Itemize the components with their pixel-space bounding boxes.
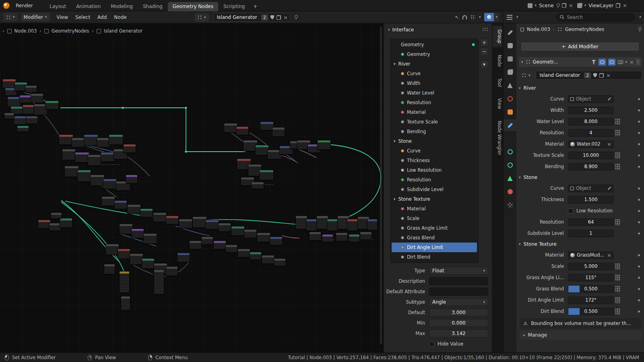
properties-tab-output[interactable]: [504, 53, 516, 65]
node-menu-view[interactable]: View: [53, 13, 72, 22]
interface-item-resolution[interactable]: Resolution: [390, 175, 478, 185]
geometry-node[interactable]: [109, 134, 123, 145]
workspace-tab-animation[interactable]: Animation: [71, 2, 105, 11]
geometry-node[interactable]: [77, 170, 91, 182]
min-value-field[interactable]: 0.000: [429, 319, 488, 327]
snap-mode-icon[interactable]: [471, 15, 475, 20]
default-value-field[interactable]: 3.000: [429, 309, 488, 317]
eyedropper-icon[interactable]: [608, 187, 611, 190]
geometry-node[interactable]: [119, 224, 133, 234]
geometry-node[interactable]: [88, 154, 101, 166]
properties-tab-particles[interactable]: [504, 133, 516, 144]
fake-user-shield-icon[interactable]: [270, 15, 274, 20]
geometry-node[interactable]: [64, 166, 79, 177]
geometry-node[interactable]: [213, 241, 226, 249]
workspace-tab-modeling[interactable]: Modeling: [106, 2, 138, 11]
properties-tab-physics[interactable]: [504, 146, 516, 158]
item-specials-button[interactable]: ▾: [480, 60, 488, 68]
properties-tab-view-layer[interactable]: [504, 66, 516, 78]
animate-dot[interactable]: [638, 232, 640, 234]
interface-item-curve[interactable]: Curve: [390, 146, 478, 156]
interface-item-scale[interactable]: Scale: [390, 214, 478, 223]
keyframe-decorator[interactable]: [615, 218, 621, 226]
keyframe-decorator[interactable]: [615, 296, 621, 304]
geometry-node[interactable]: [260, 121, 274, 130]
sidebar-tab-node[interactable]: Node: [493, 51, 502, 70]
geometry-node[interactable]: [317, 140, 331, 150]
number-field-resolution[interactable]: 4: [568, 129, 614, 137]
users-count-badge[interactable]: 2: [261, 14, 268, 21]
node-menu-add[interactable]: Add: [94, 13, 110, 22]
animate-dot[interactable]: [638, 288, 640, 290]
geometry-node[interactable]: [131, 228, 144, 238]
display-realtime-toggle[interactable]: [608, 59, 615, 66]
interface-item-water-level[interactable]: Water Level: [390, 88, 478, 98]
section-river[interactable]: ▾River: [519, 83, 642, 93]
number-field-grass-blend[interactable]: 0.500: [568, 285, 614, 293]
breadcrumb-node-group[interactable]: Island Generator: [104, 28, 142, 34]
interface-item-grass-blend[interactable]: Grass Blend: [390, 233, 478, 243]
copy-icon[interactable]: [616, 3, 620, 8]
snap-magnet-icon[interactable]: [462, 15, 467, 19]
geometry-node[interactable]: [177, 253, 190, 262]
geometry-node[interactable]: [244, 229, 257, 238]
number-field-dirt-angle-limit[interactable]: 172°: [568, 296, 614, 304]
interface-item-subdivide-level[interactable]: Subdivide Level: [390, 185, 478, 194]
geometry-node[interactable]: [59, 134, 73, 145]
geometry-node[interactable]: [123, 144, 136, 153]
sidebar-tab-tool[interactable]: Tool: [493, 74, 502, 90]
close-icon[interactable]: ×: [623, 3, 627, 8]
keyframe-decorator[interactable]: [615, 308, 621, 315]
geometry-node[interactable]: [51, 212, 62, 219]
mode-dropdown[interactable]: Modifier ▾: [21, 13, 50, 21]
geometry-node[interactable]: [205, 220, 219, 229]
properties-tab-world[interactable]: [504, 93, 516, 105]
animate-dot[interactable]: [638, 311, 640, 313]
sidebar-tab-group[interactable]: Group: [493, 26, 502, 47]
geometry-node[interactable]: [62, 149, 76, 160]
geometry-node[interactable]: [153, 212, 167, 222]
geometry-node[interactable]: [274, 258, 286, 266]
geometry-node[interactable]: [130, 253, 143, 265]
animate-dot[interactable]: [638, 109, 640, 111]
keyframe-decorator[interactable]: [615, 163, 621, 171]
geometry-node[interactable]: [322, 234, 333, 242]
copy-icon[interactable]: [277, 15, 281, 20]
geometry-node[interactable]: [105, 244, 119, 255]
workspace-tab-geometry-nodes[interactable]: Geometry Nodes: [168, 2, 218, 11]
geometry-node[interactable]: [143, 233, 157, 244]
geometry-node[interactable]: [251, 182, 264, 189]
viewlayer-selector[interactable]: ▾ ViewLayer ×: [577, 1, 627, 10]
geometry-node[interactable]: [127, 204, 141, 214]
animate-dot[interactable]: [638, 121, 640, 123]
workspace-tab-shading[interactable]: Shading: [138, 2, 167, 11]
geometry-node[interactable]: [270, 237, 283, 245]
description-input[interactable]: [429, 277, 488, 285]
geometry-node[interactable]: [7, 97, 21, 107]
subtype-dropdown[interactable]: Angle ▾: [429, 298, 488, 306]
geometry-node[interactable]: [14, 116, 27, 125]
properties-tab-object-data[interactable]: [504, 173, 516, 184]
geometry-node[interactable]: [262, 255, 275, 264]
breadcrumb-object[interactable]: Node.003: [14, 28, 37, 34]
number-field-texture-scale[interactable]: 10.000: [568, 152, 614, 159]
interface-item-material[interactable]: Material: [390, 204, 478, 214]
interface-item-geometry[interactable]: Geometry: [390, 49, 478, 59]
animate-dot[interactable]: [638, 187, 640, 189]
keyframe-decorator[interactable]: [615, 263, 621, 270]
interface-item-stone[interactable]: ▾Stone: [390, 136, 478, 146]
number-field-width[interactable]: 2.500: [568, 107, 614, 114]
geometry-node[interactable]: [201, 237, 213, 245]
interface-item-texture-scale[interactable]: Texture Scale: [390, 117, 478, 127]
object-field-curve[interactable]: Object: [568, 95, 614, 103]
checkbox-low-resolution[interactable]: [568, 208, 573, 214]
geometry-node[interactable]: [259, 170, 274, 180]
geometry-node[interactable]: [272, 127, 285, 137]
interface-item-dirt-blend[interactable]: Dirt Blend: [390, 252, 478, 262]
geometry-node[interactable]: [60, 218, 72, 228]
geometry-node[interactable]: [367, 219, 378, 230]
animate-dot[interactable]: [638, 210, 640, 212]
geometry-node[interactable]: [336, 232, 348, 241]
geometry-node[interactable]: [192, 216, 207, 228]
geometry-node[interactable]: [90, 175, 105, 186]
